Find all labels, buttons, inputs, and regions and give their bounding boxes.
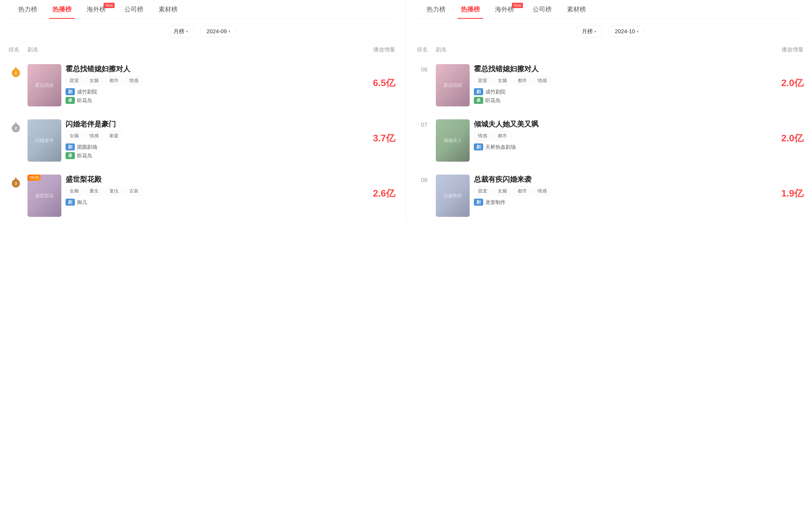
drama-tags: 情感都市 (474, 132, 761, 140)
nav-tab-3[interactable]: 公司榜 (525, 0, 559, 19)
rank-number: 07 (417, 119, 432, 128)
producer-name: 天桥热血剧场 (485, 144, 516, 150)
nav-tab-2[interactable]: 海外榜New (487, 0, 525, 19)
drama-tag[interactable]: 甜宠 (65, 76, 83, 85)
producer-name: 龙壹制作 (485, 199, 505, 206)
panel-right: 热力榜热播榜海外榜New公司榜素材榜月榜▾2024-10▾ 排名 剧名 播放增量… (408, 0, 812, 223)
filter-btn-1[interactable]: 2024-10▾ (609, 26, 645, 37)
drama-producers: 剧成竹剧院承听花岛 (65, 88, 353, 104)
col-title-header: 剧名 (436, 46, 765, 53)
filter-label: 2024-09 (207, 28, 227, 35)
drama-tag[interactable]: 复仇 (105, 187, 123, 195)
producer-badge: 承 (65, 97, 75, 104)
nav-tab-2[interactable]: 海外榜New (79, 0, 117, 19)
producer-row: 承听花岛 (65, 152, 353, 159)
nav-tab-0[interactable]: 热力榜 (419, 0, 453, 19)
col-rank-header: 排名 (417, 46, 436, 53)
drama-thumbnail[interactable]: 倾城夫人 (436, 119, 470, 162)
producer-badge: 剧 (474, 143, 483, 150)
drama-producers: 剧团圆剧场承听花岛 (65, 143, 353, 159)
drama-tag[interactable]: 重生 (85, 187, 103, 195)
drama-tag[interactable]: 都市 (105, 76, 123, 85)
drama-title[interactable]: 倾城夫人她又美又飒 (474, 119, 761, 129)
producer-row: 剧团圆剧场 (65, 143, 353, 150)
filter-row: 月榜▾2024-09▾ (8, 19, 395, 42)
nav-tab-1[interactable]: 热播榜 (45, 0, 79, 19)
play-count: 6.5亿 (357, 64, 395, 89)
producer-row: 剧成竹剧院 (65, 88, 353, 95)
producer-badge: 剧 (65, 199, 75, 206)
drama-tag[interactable]: 古装 (125, 187, 143, 195)
filter-btn-1[interactable]: 2024-09▾ (200, 26, 236, 37)
filter-btn-0[interactable]: 月榜▾ (576, 25, 603, 37)
drama-title[interactable]: 总裁有疾闪婚来袭 (474, 175, 761, 184)
producer-name: 听花岛 (77, 152, 92, 159)
drama-tags: 女频情感家庭 (65, 132, 353, 140)
nav-tab-4[interactable]: 素材榜 (559, 0, 593, 19)
drama-tag[interactable]: 甜宠 (474, 187, 491, 195)
drama-producers: 剧御儿 (65, 199, 353, 206)
drama-info: 霍总找错媳妇擦对人甜宠女频都市情感剧成竹剧院承听花岛 (65, 64, 353, 104)
drama-tag[interactable]: 甜宠 (474, 76, 491, 85)
panel-divider (406, 0, 406, 223)
drama-row: 08 总裁有疾 总裁有疾闪婚来袭甜宠女频都市情感剧龙壹制作1.9亿 (417, 168, 804, 223)
drama-thumbnail[interactable]: 霍总找错 (28, 64, 61, 107)
play-count: 3.7亿 (357, 119, 395, 144)
svg-text:2: 2 (15, 126, 17, 130)
drama-title[interactable]: 盛世梨花殿 (65, 175, 353, 184)
col-title-header: 剧名 (28, 46, 357, 53)
producer-badge: 剧 (65, 88, 75, 95)
drama-tag[interactable]: 女频 (494, 187, 511, 195)
drama-thumbnail[interactable]: 霍总找错 (436, 64, 470, 107)
drama-tag[interactable]: 都市 (514, 76, 531, 85)
producer-name: 成竹剧院 (485, 88, 505, 95)
drama-info: 倾城夫人她又美又飒情感都市剧天桥热血剧场 (474, 119, 761, 150)
drama-tag[interactable]: 都市 (514, 187, 531, 195)
drama-tag[interactable]: 都市 (494, 132, 511, 140)
producer-row: 剧龙壹制作 (474, 199, 761, 206)
rank-medal: 3 (8, 175, 23, 189)
producer-badge: 承 (65, 152, 75, 159)
drama-tag[interactable]: 女频 (65, 132, 83, 140)
play-count: 2.6亿 (357, 175, 395, 200)
drama-producers: 剧成竹剧院承听花岛 (474, 88, 761, 104)
drama-tag[interactable]: 情感 (85, 132, 103, 140)
play-count: 1.9亿 (765, 175, 804, 200)
col-headers: 排名 剧名 播放增量 (8, 42, 395, 56)
drama-title[interactable]: 霍总找错媳妇擦对人 (65, 64, 353, 74)
drama-tag[interactable]: 女频 (85, 76, 103, 85)
drama-tag[interactable]: 情感 (533, 187, 551, 195)
filter-label: 月榜 (582, 28, 593, 35)
drama-tag[interactable]: 情感 (533, 76, 551, 85)
drama-tag[interactable]: 情感 (125, 76, 143, 85)
new-badge: New (512, 3, 523, 8)
rank-number: 08 (417, 175, 432, 183)
drama-row: 3 盛世梨花 NEW 盛世梨花殿女频重生复仇古装剧御儿2.6亿 (8, 168, 395, 223)
filter-btn-0[interactable]: 月榜▾ (167, 25, 194, 37)
dropdown-arrow: ▾ (637, 29, 639, 34)
producer-name: 听花岛 (77, 97, 92, 104)
drama-info: 总裁有疾闪婚来袭甜宠女频都市情感剧龙壹制作 (474, 175, 761, 206)
nav-tabs: 热力榜热播榜海外榜New公司榜素材榜 (8, 0, 395, 19)
nav-tab-0[interactable]: 热力榜 (10, 0, 45, 19)
producer-badge: 剧 (474, 88, 483, 95)
drama-thumbnail[interactable]: 总裁有疾 (436, 175, 470, 217)
drama-title[interactable]: 霍总找错媳妇擦对人 (474, 64, 761, 74)
drama-thumbnail[interactable]: 闪婚老伴 (28, 119, 61, 162)
nav-tab-3[interactable]: 公司榜 (117, 0, 151, 19)
col-plays-header: 播放增量 (357, 46, 395, 53)
dropdown-arrow: ▾ (594, 29, 596, 34)
drama-thumbnail[interactable]: 盛世梨花 NEW (28, 175, 61, 217)
producer-badge: 剧 (474, 199, 483, 206)
drama-tag[interactable]: 家庭 (105, 132, 123, 140)
nav-tab-1[interactable]: 热播榜 (453, 0, 487, 19)
drama-info: 霍总找错媳妇擦对人甜宠女频都市情感剧成竹剧院承听花岛 (474, 64, 761, 104)
drama-row: 07 倾城夫人 倾城夫人她又美又飒情感都市剧天桥热血剧场2.0亿 (417, 113, 804, 168)
svg-marker-12 (14, 177, 18, 180)
svg-text:1: 1 (15, 71, 17, 75)
drama-title[interactable]: 闪婚老伴是豪门 (65, 119, 353, 129)
nav-tab-4[interactable]: 素材榜 (151, 0, 185, 19)
drama-tag[interactable]: 女频 (494, 76, 511, 85)
drama-tag[interactable]: 情感 (474, 132, 491, 140)
drama-tag[interactable]: 女频 (65, 187, 83, 195)
